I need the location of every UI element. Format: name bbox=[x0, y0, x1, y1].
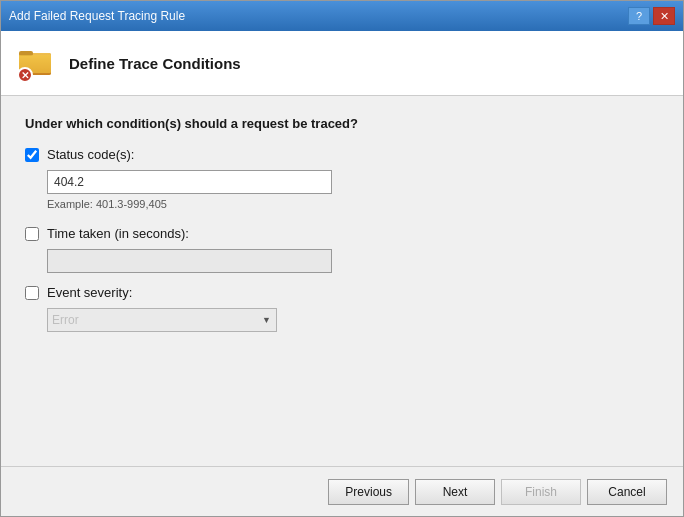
finish-button[interactable]: Finish bbox=[501, 479, 581, 505]
section-question: Under which condition(s) should a reques… bbox=[25, 116, 659, 131]
header-icon-wrapper: ✕ bbox=[17, 43, 57, 83]
status-code-label[interactable]: Status code(s): bbox=[47, 147, 134, 162]
title-bar: Add Failed Request Tracing Rule ? ✕ bbox=[1, 1, 683, 31]
help-button[interactable]: ? bbox=[628, 7, 650, 25]
dialog-window: Add Failed Request Tracing Rule ? ✕ bbox=[0, 0, 684, 517]
window-title: Add Failed Request Tracing Rule bbox=[9, 9, 185, 23]
dialog-content: Under which condition(s) should a reques… bbox=[1, 96, 683, 466]
status-code-checkbox[interactable] bbox=[25, 148, 39, 162]
time-taken-input[interactable] bbox=[47, 249, 332, 273]
event-severity-dropdown-wrapper: Error Warning CriticalError Verbose bbox=[47, 308, 277, 332]
status-code-input[interactable] bbox=[47, 170, 332, 194]
close-button[interactable]: ✕ bbox=[653, 7, 675, 25]
time-taken-label[interactable]: Time taken (in seconds): bbox=[47, 226, 189, 241]
event-severity-dropdown-row: Error Warning CriticalError Verbose bbox=[47, 308, 659, 332]
event-severity-label[interactable]: Event severity: bbox=[47, 285, 132, 300]
title-bar-buttons: ? ✕ bbox=[628, 7, 675, 25]
dialog-header: ✕ Define Trace Conditions bbox=[1, 31, 683, 96]
header-title: Define Trace Conditions bbox=[69, 55, 241, 72]
previous-button[interactable]: Previous bbox=[328, 479, 409, 505]
event-severity-select[interactable]: Error Warning CriticalError Verbose bbox=[47, 308, 277, 332]
event-severity-row: Event severity: bbox=[25, 285, 659, 300]
dialog-footer: Previous Next Finish Cancel bbox=[1, 466, 683, 516]
status-code-hint: Example: 401.3-999,405 bbox=[47, 198, 659, 210]
error-badge: ✕ bbox=[17, 67, 33, 83]
event-severity-checkbox[interactable] bbox=[25, 286, 39, 300]
cancel-button[interactable]: Cancel bbox=[587, 479, 667, 505]
time-taken-row: Time taken (in seconds): bbox=[25, 226, 659, 241]
status-code-row: Status code(s): bbox=[25, 147, 659, 162]
time-taken-checkbox[interactable] bbox=[25, 227, 39, 241]
next-button[interactable]: Next bbox=[415, 479, 495, 505]
